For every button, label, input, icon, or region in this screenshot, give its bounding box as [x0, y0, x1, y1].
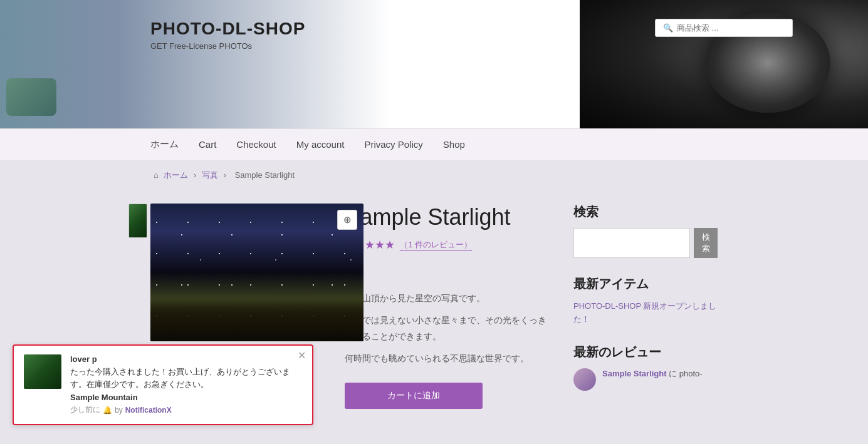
breadcrumb-photos-link[interactable]: 写真	[202, 170, 218, 180]
product-main-image: ⊕	[150, 204, 363, 341]
nav-checkout[interactable]: Checkout	[236, 130, 276, 158]
nav-cart[interactable]: Cart	[199, 130, 216, 158]
main-nav: ホーム Cart Checkout My account Privacy Pol…	[0, 128, 868, 160]
bell-icon: 🔔	[103, 406, 112, 415]
header-search-input[interactable]	[677, 23, 785, 33]
search-icon: 🔍	[663, 23, 673, 33]
product-price: ¥0	[345, 262, 548, 278]
site-subtitle: GET Free-License PHOTOs	[150, 41, 868, 51]
review-count-link[interactable]: （1 件のレビュー）	[400, 239, 472, 251]
header: PHOTO-DL-SHOP GET Free-License PHOTOs 🔍	[0, 0, 868, 128]
notification-footer: 少し前に 🔔 by NotificationX	[70, 405, 302, 415]
header-search-box[interactable]: 🔍	[655, 19, 793, 37]
nav-home[interactable]: ホーム	[150, 130, 179, 159]
sidebar-search-section: 検索 検索	[573, 204, 718, 258]
product-title: Sample Starlight	[345, 204, 548, 230]
product-rating: ★★★★★ （1 件のレビュー）	[345, 238, 548, 252]
thumbnail-strip	[128, 204, 147, 238]
review-product-link[interactable]: Sample Starlight	[602, 369, 667, 378]
breadcrumb-current: Sample Starlight	[235, 170, 295, 180]
notification-popup: lover p たった今購入されました！お買い上げ、ありがとうございます。在庫僅…	[13, 344, 313, 425]
sidebar-search-form: 検索	[573, 228, 718, 258]
product-desc-1: 山の山頂から見た星空の写真です。	[345, 291, 548, 306]
breadcrumb-home-icon: ⌂	[154, 170, 159, 180]
notification-close-button[interactable]: ✕	[298, 351, 306, 361]
add-to-cart-button[interactable]: カートに追加	[345, 383, 483, 409]
notification-by: by	[115, 406, 123, 415]
notification-product: Sample Mountain	[70, 393, 302, 402]
product-desc-2: 都会では見えない小さな星々まで、その光をくっきり見ることができます。	[345, 312, 548, 344]
reviewer-avatar	[573, 368, 596, 391]
sidebar-search-button[interactable]: 検索	[694, 228, 718, 258]
notification-thumbnail	[24, 354, 61, 389]
notification-brand[interactable]: NotificationX	[125, 406, 172, 415]
sidebar-review-item: Sample Starlight に photo-	[573, 368, 718, 391]
sidebar: 検索 検索 最新アイテム PHOTO-DL-SHOP 新規オープンしました！ 最…	[573, 204, 718, 409]
sidebar-search-input[interactable]	[573, 228, 690, 258]
nav-privacy[interactable]: Privacy Policy	[364, 130, 422, 158]
nav-shop[interactable]: Shop	[443, 130, 465, 158]
sidebar-review-title: 最新のレビュー	[573, 344, 718, 361]
sidebar-latest-link[interactable]: PHOTO-DL-SHOP 新規オープンしました！	[573, 301, 716, 324]
product-desc-3: 何時間でも眺めていられる不思議な世界です。	[345, 351, 548, 366]
thumbnail-item[interactable]	[128, 204, 147, 238]
nav-myaccount[interactable]: My account	[296, 130, 345, 158]
notification-body: lover p たった今購入されました！お買い上げ、ありがとうございます。在庫僅…	[70, 354, 302, 415]
notification-text: たった今購入されました！お買い上げ、ありがとうございます。在庫僅少です。お急ぎく…	[70, 366, 302, 390]
breadcrumb-home-link[interactable]: ホーム	[164, 170, 188, 180]
zoom-button[interactable]: ⊕	[337, 210, 357, 230]
sidebar-latest-section: 最新アイテム PHOTO-DL-SHOP 新規オープンしました！	[573, 276, 718, 326]
breadcrumb-sep1: ›	[194, 170, 199, 180]
product-info: Sample Starlight ★★★★★ （1 件のレビュー） ¥0 山の山…	[345, 204, 548, 409]
notification-user: lover p	[70, 354, 302, 364]
notification-time: 少し前に	[70, 405, 100, 415]
review-text: Sample Starlight に photo-	[602, 368, 703, 379]
sidebar-search-title: 検索	[573, 204, 718, 220]
review-suffix: に photo-	[669, 369, 702, 378]
sidebar-latest-title: 最新アイテム	[573, 276, 718, 292]
breadcrumb: ⌂ ホーム › 写真 › Sample Starlight	[0, 160, 868, 191]
breadcrumb-sep2: ›	[224, 170, 229, 180]
sidebar-review-section: 最新のレビュー Sample Starlight に photo-	[573, 344, 718, 391]
